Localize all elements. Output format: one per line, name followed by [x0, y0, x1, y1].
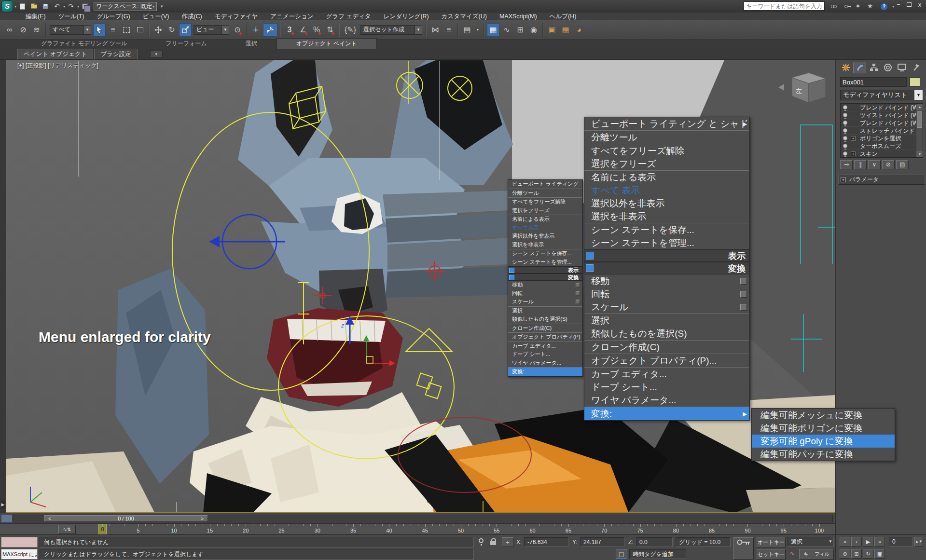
- remove-modifier-button[interactable]: ⊘: [882, 160, 895, 169]
- menubar-item[interactable]: 作成(C): [175, 13, 208, 20]
- selection-set-dropdown[interactable]: 選択 ▼: [788, 537, 834, 546]
- render-setup-button[interactable]: ▣: [546, 23, 558, 37]
- open-file-button[interactable]: [28, 1, 39, 11]
- align-button[interactable]: ≡: [442, 23, 455, 37]
- select-and-move-button[interactable]: [152, 23, 165, 37]
- select-and-link-button[interactable]: ∞: [3, 23, 16, 37]
- maximize-viewport-button[interactable]: ▣: [874, 549, 885, 559]
- orbit-button[interactable]: ↻: [863, 549, 873, 559]
- layer-manager-button[interactable]: ▤: [461, 23, 473, 37]
- modifier-stack-row[interactable]: +ポリゴンを選択: [841, 135, 923, 142]
- tab-utilities[interactable]: [909, 62, 922, 73]
- time-slider-track[interactable]: < 0 / 100 >: [14, 515, 833, 522]
- menu-item[interactable]: シーン ステートを管理...: [584, 236, 749, 249]
- modifier-stack-row[interactable]: ブレンド バインド (WSM): [841, 119, 923, 127]
- save-file-button[interactable]: [40, 1, 51, 11]
- menu-item[interactable]: すべてをフリーズ解除: [508, 198, 582, 206]
- ribbon-tab[interactable]: 選択: [226, 39, 276, 49]
- workspace-dropdown[interactable]: ワークスペース: 既定 ▾: [94, 2, 157, 11]
- modifier-stack-row[interactable]: ブレンド バインド (WSM): [841, 104, 923, 111]
- menu-item[interactable]: すべて表示: [508, 224, 582, 232]
- modifier-enabled-bulb-icon[interactable]: [843, 105, 847, 109]
- menubar-item[interactable]: ヘルプ(H): [543, 13, 583, 20]
- menubar-item[interactable]: 編集(E): [19, 13, 52, 20]
- menu-item[interactable]: カーブ エディタ...: [584, 368, 749, 381]
- rendered-frame-window-button[interactable]: ▦: [559, 23, 572, 37]
- help-icon[interactable]: ?: [879, 1, 889, 11]
- scroll-thumb[interactable]: [917, 111, 922, 128]
- expand-plus-icon[interactable]: +: [851, 136, 856, 141]
- selection-region-button[interactable]: [120, 23, 133, 37]
- settings-box-icon[interactable]: [740, 304, 747, 311]
- menu-item[interactable]: 名前による表示: [508, 215, 582, 224]
- menu-item[interactable]: 分離ツール: [584, 131, 749, 144]
- communication-center-icon[interactable]: ✶: [853, 1, 863, 11]
- modifier-enabled-bulb-icon[interactable]: [843, 151, 847, 156]
- menu-item[interactable]: 選択を非表示: [584, 210, 749, 223]
- menu-item[interactable]: 変換:▶: [584, 407, 749, 420]
- select-and-rotate-button[interactable]: ↻: [166, 23, 178, 37]
- isolate-selection-icon[interactable]: [479, 538, 484, 543]
- bind-to-space-warp-button[interactable]: ≋: [30, 23, 43, 37]
- logo-flyout-caret-icon[interactable]: ▾: [14, 4, 16, 9]
- modifier-enabled-bulb-icon[interactable]: [843, 144, 847, 148]
- spinner-snap-button[interactable]: ⇅: [324, 23, 336, 37]
- key-filters-button[interactable]: キー フィルタ...: [799, 549, 834, 560]
- qat-flyout-icon[interactable]: ▼: [160, 4, 164, 9]
- undo-flyout-caret-icon[interactable]: ▾: [63, 4, 65, 9]
- play-button[interactable]: ▶: [863, 537, 873, 546]
- key-curve-icon[interactable]: ∿: [788, 549, 797, 559]
- curve-editor-button[interactable]: ∿: [500, 23, 513, 37]
- scroll-down-icon[interactable]: ▼: [916, 151, 923, 157]
- menu-item[interactable]: 選択: [508, 307, 582, 315]
- select-and-manipulate-button[interactable]: ∔: [249, 23, 262, 37]
- settings-box-icon[interactable]: [576, 283, 580, 287]
- menu-item[interactable]: すべてをフリーズ解除: [584, 144, 749, 157]
- favorites-star-icon[interactable]: ★: [865, 1, 875, 11]
- menubar-item[interactable]: MAXScript(M): [493, 13, 543, 20]
- ribbon-tab[interactable]: フリーフォーム: [146, 39, 226, 49]
- expand-panel-arrow-icon[interactable]: ▶: [0, 500, 5, 509]
- menu-item[interactable]: ビューポート ライティング: [508, 180, 582, 189]
- menubar-item[interactable]: ツール(T): [52, 13, 91, 20]
- zoom-button[interactable]: ⊕: [840, 549, 850, 559]
- auto-key-button[interactable]: オートキー: [757, 537, 786, 547]
- close-button[interactable]: x: [914, 1, 925, 10]
- settings-box-icon[interactable]: [740, 291, 747, 298]
- selection-filter-dropdown[interactable]: すべて▼: [50, 25, 91, 35]
- quad-title[interactable]: 変換: [584, 262, 749, 274]
- show-end-result-button[interactable]: ∥: [854, 160, 867, 169]
- material-editor-button[interactable]: ◉: [527, 23, 540, 37]
- menubar-item[interactable]: ビュー(V): [137, 13, 176, 20]
- make-unique-button[interactable]: ∨: [868, 160, 881, 169]
- app-logo-icon[interactable]: S: [1, 0, 13, 12]
- menu-item[interactable]: 回転: [584, 287, 749, 300]
- menu-item[interactable]: シーン ステートを保存...: [584, 223, 749, 236]
- select-and-scale-button[interactable]: [179, 23, 192, 37]
- menu-item[interactable]: 移動: [508, 281, 582, 289]
- search-input[interactable]: [744, 1, 825, 11]
- menu-item[interactable]: ドープ シート...: [508, 350, 582, 359]
- menu-item[interactable]: ワイヤ パラメータ...: [508, 359, 582, 368]
- modifier-stack-row[interactable]: ターボスムーズ: [841, 142, 923, 150]
- minimize-button[interactable]: −: [893, 1, 904, 10]
- render-production-button[interactable]: ◕: [573, 23, 585, 37]
- quad-title[interactable]: 表示: [584, 249, 749, 262]
- menu-item[interactable]: 選択以外を非表示: [508, 232, 582, 241]
- menu-item[interactable]: 選択以外を非表示: [584, 197, 749, 210]
- menu-item[interactable]: シーン ステートを管理...: [508, 258, 582, 267]
- menu-item[interactable]: 名前による表示: [584, 171, 749, 184]
- tab-motion[interactable]: [881, 62, 894, 73]
- snaps-toggle-button[interactable]: 3: [283, 23, 296, 37]
- menu-item[interactable]: 選択を非表示: [508, 241, 582, 249]
- named-selection-sets-dropdown[interactable]: 選択セット作成▼: [360, 25, 422, 35]
- graphite-ribbon-toggle-button[interactable]: ▦: [487, 23, 499, 37]
- percent-snap-button[interactable]: %: [310, 23, 323, 37]
- edit-named-selection-sets-button[interactable]: {✎}: [342, 23, 359, 37]
- subtab-brush-settings[interactable]: ブラシ設定: [94, 49, 137, 60]
- mirror-button[interactable]: ⋈: [429, 23, 442, 37]
- menubar-item[interactable]: レンダリング(R): [377, 13, 435, 20]
- submenu-item[interactable]: 変形可能 gPoly に変換: [752, 435, 895, 448]
- object-color-swatch[interactable]: [910, 77, 920, 87]
- undo-button[interactable]: ↶: [52, 1, 62, 11]
